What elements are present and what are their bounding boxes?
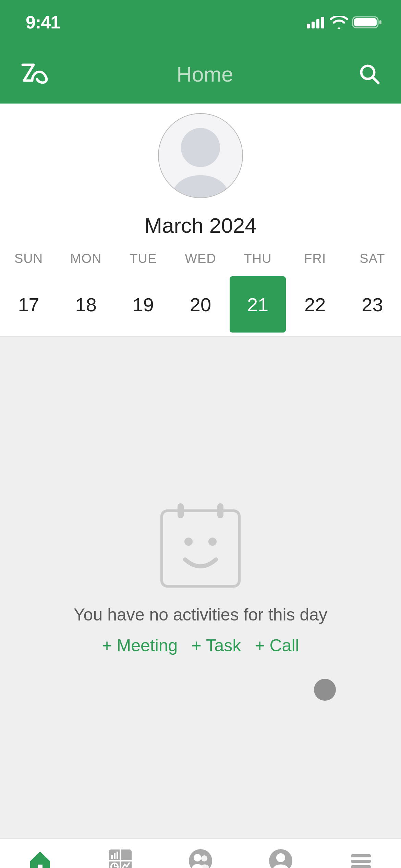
tab-leads[interactable]: Leads: [160, 847, 241, 868]
date-number: 17: [18, 293, 39, 316]
svg-point-23: [194, 854, 201, 861]
svg-rect-10: [162, 511, 239, 586]
date-cell[interactable]: 20: [172, 276, 229, 333]
svg-rect-29: [351, 865, 371, 868]
tab-home[interactable]: Home: [0, 847, 80, 868]
date-cell[interactable]: 19: [114, 276, 172, 333]
svg-rect-3: [321, 17, 324, 28]
tab-analytics[interactable]: Analytics: [80, 847, 160, 868]
nav-bar: Home: [0, 45, 401, 104]
svg-rect-27: [351, 854, 371, 857]
weekday-label: TUE: [114, 251, 172, 276]
svg-rect-18: [111, 855, 113, 859]
leads-icon: [187, 847, 214, 868]
svg-point-14: [208, 538, 217, 546]
weekday-label: WED: [172, 251, 229, 276]
status-bar: 9:41: [0, 0, 401, 45]
calendar-smile-icon: [158, 501, 243, 592]
svg-rect-6: [379, 20, 381, 24]
svg-rect-2: [316, 19, 319, 28]
status-time: 9:41: [26, 12, 60, 33]
svg-rect-19: [114, 853, 116, 859]
page-title: Home: [177, 62, 233, 86]
analytics-icon: [107, 847, 134, 868]
date-cell[interactable]: 23: [344, 276, 401, 333]
svg-point-24: [201, 855, 207, 861]
zia-logo-icon[interactable]: [21, 62, 51, 86]
date-cell[interactable]: 22: [287, 276, 344, 333]
date-number: 21: [247, 293, 268, 316]
tab-more[interactable]: More: [321, 847, 401, 868]
calendar-panel: March 2024 SUN MON TUE WED THU FRI SAT 1…: [0, 104, 401, 336]
contacts-icon: [267, 847, 294, 868]
weekday-label: FRI: [287, 251, 344, 276]
date-cell[interactable]: 21: [229, 276, 287, 333]
date-number: 19: [133, 293, 154, 316]
search-icon[interactable]: [359, 63, 380, 85]
date-cell[interactable]: 18: [57, 276, 114, 333]
add-call-button[interactable]: + Call: [255, 636, 299, 655]
weekday-row: SUN MON TUE WED THU FRI SAT: [0, 251, 401, 276]
date-number: 18: [75, 293, 97, 316]
svg-rect-12: [217, 503, 223, 518]
signal-icon: [307, 16, 326, 28]
weekday-label: SUN: [0, 251, 57, 276]
add-meeting-button[interactable]: + Meeting: [102, 636, 178, 655]
menu-icon: [348, 847, 374, 868]
empty-message: You have no activities for this day: [74, 605, 327, 625]
home-icon: [27, 847, 53, 868]
add-task-button[interactable]: + Task: [191, 636, 241, 655]
svg-rect-1: [312, 22, 315, 28]
date-number: 20: [190, 293, 211, 316]
battery-icon: [352, 15, 382, 29]
date-number: 22: [304, 293, 326, 316]
quick-actions: + Meeting + Task + Call: [102, 636, 299, 655]
weekday-label: THU: [229, 251, 287, 276]
svg-line-8: [373, 77, 378, 83]
svg-rect-5: [354, 18, 377, 26]
tab-contacts[interactable]: Contacts: [241, 847, 321, 868]
svg-rect-11: [178, 503, 184, 518]
svg-rect-0: [307, 24, 310, 28]
svg-rect-28: [351, 860, 371, 863]
wifi-icon: [330, 16, 348, 29]
avatar[interactable]: [158, 113, 243, 198]
svg-point-9: [181, 128, 220, 167]
date-number: 23: [362, 293, 383, 316]
date-row: 17 18 19 20 21 22 23: [0, 276, 401, 333]
month-label[interactable]: March 2024: [0, 213, 401, 238]
tab-bar: Home Analytics Leads: [0, 839, 401, 868]
date-cell[interactable]: 17: [0, 276, 57, 333]
activities-empty-state: You have no activities for this day + Me…: [0, 336, 401, 839]
cursor-dot-icon: [314, 679, 336, 701]
status-icons: [307, 15, 382, 29]
weekday-label: MON: [57, 251, 114, 276]
weekday-label: SAT: [344, 251, 401, 276]
svg-point-26: [276, 853, 285, 862]
svg-rect-20: [117, 852, 118, 859]
svg-point-13: [184, 538, 193, 546]
